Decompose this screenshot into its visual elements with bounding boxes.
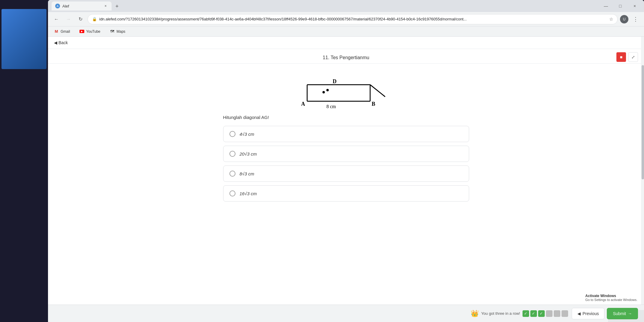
svg-text:B: B — [372, 101, 375, 107]
youtube-label: YouTube — [86, 29, 100, 34]
back-label: Back — [58, 40, 68, 45]
scrollbar[interactable] — [641, 37, 644, 322]
streak-label: You got three in a row! — [481, 311, 520, 316]
svg-line-4 — [370, 85, 385, 97]
window-controls: — □ × — [599, 1, 642, 11]
address-text: idn.alefed.com/?17260134102338#/progress… — [99, 17, 607, 21]
maps-icon: 🗺 — [110, 29, 115, 34]
left-panel — [0, 0, 48, 322]
option-3[interactable]: 8√3 cm — [223, 166, 469, 182]
option-4-radio[interactable] — [229, 190, 235, 196]
question-header: 11. Tes Pengertianmu — [48, 49, 644, 64]
bookmark-maps[interactable]: 🗺 Maps — [108, 28, 128, 35]
new-tab-button[interactable]: + — [113, 2, 121, 11]
question-text: Hitunglah diagonal AG! — [223, 115, 469, 120]
option-1-text: 4√3 cm — [240, 132, 254, 137]
forward-button[interactable]: → — [64, 14, 73, 24]
gmail-icon: M — [54, 29, 59, 34]
badge-6 — [562, 310, 568, 317]
geometry-diagram: A B D 8 cm — [289, 76, 403, 112]
streak-text: 👑 You got three in a row! ✓ ✓ ✓ — [471, 310, 568, 317]
tab-favicon: A — [55, 4, 60, 8]
navigation-bar: ← → ↻ 🔒 idn.alefed.com/?17260134102338#/… — [48, 12, 644, 26]
bookmark-gmail[interactable]: M Gmail — [52, 28, 72, 35]
activate-windows-overlay: Activate Windows Go to Settings to activ… — [582, 291, 641, 304]
back-arrow-icon: ◀ — [54, 40, 57, 45]
more-options-button[interactable]: ⋮ — [631, 14, 640, 24]
option-3-text: 8√3 cm — [240, 171, 254, 176]
submit-label: Submit — [613, 311, 626, 316]
badge-4 — [546, 310, 553, 317]
browser-tab[interactable]: A Alef × — [52, 2, 112, 11]
svg-point-8 — [322, 91, 325, 93]
option-2-radio[interactable] — [229, 151, 235, 157]
youtube-icon: ▶ — [79, 30, 84, 33]
maps-label: Maps — [117, 29, 125, 34]
option-3-radio[interactable] — [229, 171, 235, 177]
maximize-button[interactable]: □ — [613, 1, 627, 11]
prev-label: Previous — [583, 311, 599, 316]
option-4-text: 16√3 cm — [240, 191, 257, 196]
activate-windows-subtitle: Go to Settings to activate Windows. — [585, 298, 637, 302]
back-link[interactable]: ◀ Back — [54, 40, 68, 45]
activate-windows-title: Activate Windows — [585, 294, 637, 298]
prev-arrow-icon: ◀ — [577, 311, 581, 316]
browser-window: A Alef × + — □ × ← → ↻ 🔒 idn.alefed.com/… — [48, 0, 644, 322]
submit-arrow-icon: → — [628, 311, 632, 316]
page-content: ◀ Back ■ ⤢ 11. Tes Pengertianmu — [48, 37, 644, 322]
minimize-button[interactable]: — — [599, 1, 613, 11]
option-2-text: 20√3 cm — [240, 151, 257, 156]
option-1-radio[interactable] — [229, 131, 235, 137]
tab-title: Alef — [62, 4, 69, 8]
title-bar: A Alef × + — □ × — [48, 0, 644, 12]
svg-text:8 cm: 8 cm — [326, 104, 336, 109]
back-navigation: ◀ Back — [48, 37, 644, 49]
question-controls: ■ ⤢ — [616, 52, 638, 62]
close-button[interactable]: × — [628, 1, 642, 11]
profile-button[interactable]: U — [620, 15, 628, 23]
badge-1: ✓ — [523, 310, 529, 317]
address-bar[interactable]: 🔒 idn.alefed.com/?17260134102338#/progre… — [88, 14, 618, 24]
back-button[interactable]: ← — [52, 14, 61, 24]
badge-3: ✓ — [538, 310, 545, 317]
bottom-status-bar: 👑 You got three in a row! ✓ ✓ ✓ ◀ Previo… — [48, 305, 644, 322]
stop-button[interactable]: ■ — [616, 52, 626, 62]
option-4[interactable]: 16√3 cm — [223, 185, 469, 202]
bookmarks-bar: M Gmail ▶ YouTube 🗺 Maps — [48, 26, 644, 37]
diagram-container: A B D 8 cm — [223, 76, 469, 112]
secure-icon: 🔒 — [92, 17, 97, 21]
bookmark-star-icon[interactable]: ☆ — [609, 17, 613, 22]
option-1[interactable]: 4√3 cm — [223, 126, 469, 142]
refresh-button[interactable]: ↻ — [76, 14, 85, 24]
previous-button[interactable]: ◀ Previous — [572, 308, 604, 319]
option-2[interactable]: 20√3 cm — [223, 146, 469, 162]
gmail-label: Gmail — [61, 29, 70, 34]
bookmark-youtube[interactable]: ▶ YouTube — [77, 28, 103, 35]
thumbnail — [1, 9, 46, 69]
svg-text:D: D — [333, 78, 337, 84]
question-body: A B D 8 cm Hitunglah diagonal AG! — [211, 64, 481, 208]
submit-button[interactable]: Submit → — [607, 308, 638, 319]
question-number: 11. Tes Pengertianmu — [323, 55, 369, 60]
badge-5 — [554, 310, 560, 317]
badge-2: ✓ — [530, 310, 537, 317]
crown-icon: 👑 — [471, 310, 479, 317]
scrollbar-thumb[interactable] — [642, 65, 644, 179]
tab-close-button[interactable]: × — [103, 4, 108, 8]
options-list: 4√3 cm 20√3 cm 8√3 cm 16√3 cm — [223, 126, 469, 202]
navigation-buttons: ◀ Previous Submit → — [572, 308, 638, 319]
expand-button[interactable]: ⤢ — [628, 52, 638, 62]
svg-text:A: A — [301, 101, 305, 107]
svg-point-9 — [326, 89, 329, 91]
streak-badges: ✓ ✓ ✓ — [523, 310, 568, 317]
